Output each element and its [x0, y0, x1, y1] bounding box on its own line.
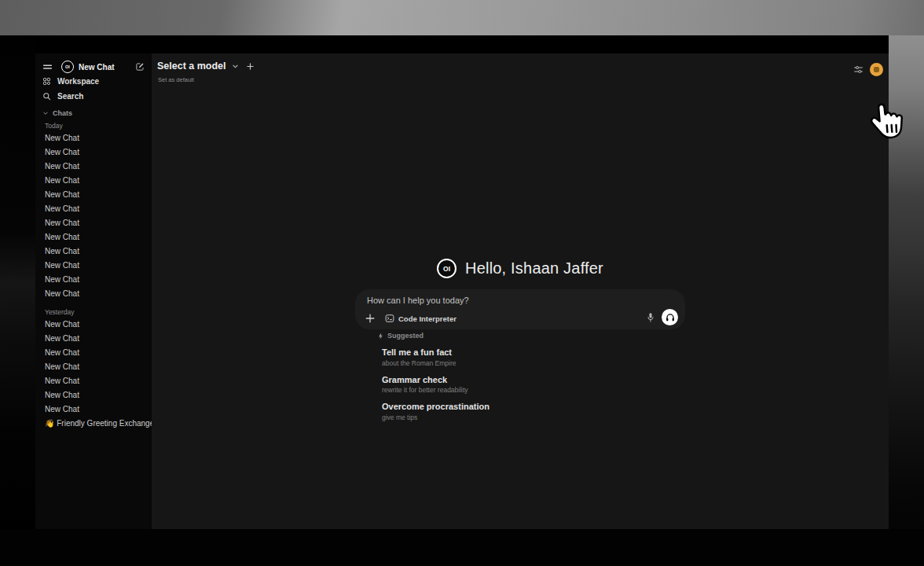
- suggestion-title: Tell me a fun fact: [382, 347, 645, 357]
- chat-list-item[interactable]: New Chat: [35, 388, 152, 402]
- desktop-wallpaper-top: [0, 0, 924, 35]
- sidebar: OI New Chat Workspace Search Chats Today…: [35, 53, 152, 529]
- code-interpreter-label: Code Interpreter: [398, 314, 456, 323]
- suggestion-item[interactable]: Overcome procrastinationgive me tips: [378, 402, 645, 421]
- suggestion-subtitle: about the Roman Empire: [382, 359, 645, 367]
- terminal-icon: [385, 314, 394, 323]
- add-model-icon[interactable]: [247, 63, 254, 70]
- headphones-icon: [666, 313, 675, 322]
- chat-list-item[interactable]: New Chat: [35, 287, 152, 301]
- chat-list-item[interactable]: New Chat: [35, 160, 152, 174]
- model-selector[interactable]: Select a model: [157, 61, 254, 72]
- chat-list-item[interactable]: New Chat: [35, 131, 152, 145]
- header-actions: [853, 63, 883, 76]
- set-default-link[interactable]: Set as default: [158, 76, 194, 83]
- bolt-icon: [378, 333, 383, 340]
- desktop-wallpaper-right: [889, 35, 924, 566]
- workspace-grid-icon: [42, 77, 51, 86]
- chat-list-item[interactable]: New Chat: [35, 318, 152, 332]
- suggested-label: Suggested: [387, 332, 424, 340]
- sidebar-title: New Chat: [79, 63, 135, 72]
- chat-list-item[interactable]: New Chat: [35, 346, 152, 360]
- app-logo: OI: [437, 259, 456, 278]
- greeting: OI Hello, Ishaan Jaffer: [152, 259, 889, 278]
- attach-plus-icon[interactable]: [365, 314, 375, 323]
- chevron-down-icon: [232, 63, 239, 70]
- settings-sliders-icon[interactable]: [853, 64, 864, 75]
- input-left-controls: Code Interpreter: [365, 314, 456, 323]
- chat-list-item[interactable]: New Chat: [35, 202, 152, 216]
- chat-list-item[interactable]: New Chat: [35, 145, 152, 160]
- suggestion-title: Grammar check: [382, 375, 645, 384]
- prompt-input[interactable]: [367, 296, 618, 305]
- app-window: OI New Chat Workspace Search Chats Today…: [35, 35, 889, 529]
- chat-list-item[interactable]: New Chat: [35, 332, 152, 346]
- chat-list-item[interactable]: New Chat: [35, 244, 152, 259]
- prompt-input-box[interactable]: Code Interpreter: [355, 289, 685, 329]
- suggestion-subtitle: rewrite it for better readability: [382, 386, 645, 394]
- sidebar-item-workspace[interactable]: Workspace: [35, 74, 152, 89]
- chat-list-item[interactable]: New Chat: [35, 374, 152, 388]
- input-right-controls: [647, 309, 678, 325]
- chats-section-toggle[interactable]: Chats: [35, 106, 152, 120]
- search-label: Search: [57, 92, 83, 101]
- user-avatar[interactable]: [870, 63, 883, 76]
- suggestion-list: Tell me a fun factabout the Roman Empire…: [378, 347, 645, 421]
- suggested-header: Suggested: [378, 332, 645, 340]
- suggestion-subtitle: give me tips: [382, 413, 645, 421]
- chat-list-item[interactable]: New Chat: [35, 230, 152, 244]
- app-logo-text: OI: [443, 265, 450, 273]
- suggestion-item[interactable]: Tell me a fun factabout the Roman Empire: [378, 347, 645, 367]
- chat-section-label: Today: [35, 120, 152, 131]
- sidebar-header: OI New Chat: [35, 60, 152, 74]
- new-chat-icon[interactable]: [135, 62, 145, 72]
- chat-history-list: TodayNew ChatNew ChatNew ChatNew ChatNew…: [35, 120, 152, 431]
- chat-list-item[interactable]: New Chat: [35, 360, 152, 374]
- microphone-icon[interactable]: [647, 312, 654, 323]
- sidebar-toggle-icon[interactable]: [42, 62, 53, 72]
- chat-section-label: Yesterday: [35, 307, 152, 318]
- chat-list-item[interactable]: New Chat: [35, 259, 152, 273]
- suggested-prompts: Suggested Tell me a fun factabout the Ro…: [378, 332, 645, 421]
- suggestion-item[interactable]: Grammar checkrewrite it for better reada…: [378, 375, 645, 395]
- desktop-wallpaper-bottom: [0, 529, 924, 566]
- chat-list-item[interactable]: New Chat: [35, 174, 152, 188]
- chat-list-item[interactable]: 👋 Friendly Greeting Exchange: [35, 417, 152, 431]
- greeting-text: Hello, Ishaan Jaffer: [465, 259, 603, 277]
- chevron-down-icon: [42, 110, 49, 116]
- search-icon: [42, 92, 51, 101]
- suggestion-title: Overcome procrastination: [382, 402, 645, 411]
- workspace-label: Workspace: [57, 77, 99, 86]
- main-panel: Select a model Set as default OI Hello, …: [152, 53, 889, 529]
- chat-list-item[interactable]: New Chat: [35, 402, 152, 417]
- chat-list-item[interactable]: New Chat: [35, 273, 152, 287]
- desktop-wallpaper-left: [0, 35, 35, 529]
- chat-list-item[interactable]: New Chat: [35, 216, 152, 230]
- app-logo-text: OI: [65, 64, 70, 69]
- chats-label: Chats: [53, 109, 72, 117]
- code-interpreter-button[interactable]: Code Interpreter: [385, 314, 456, 323]
- chat-list-item[interactable]: New Chat: [35, 188, 152, 202]
- avatar-glyph: [874, 67, 879, 72]
- voice-call-button[interactable]: [662, 309, 678, 325]
- sidebar-item-search[interactable]: Search: [35, 89, 152, 104]
- model-selector-label: Select a model: [157, 61, 226, 72]
- app-logo: OI: [61, 61, 74, 73]
